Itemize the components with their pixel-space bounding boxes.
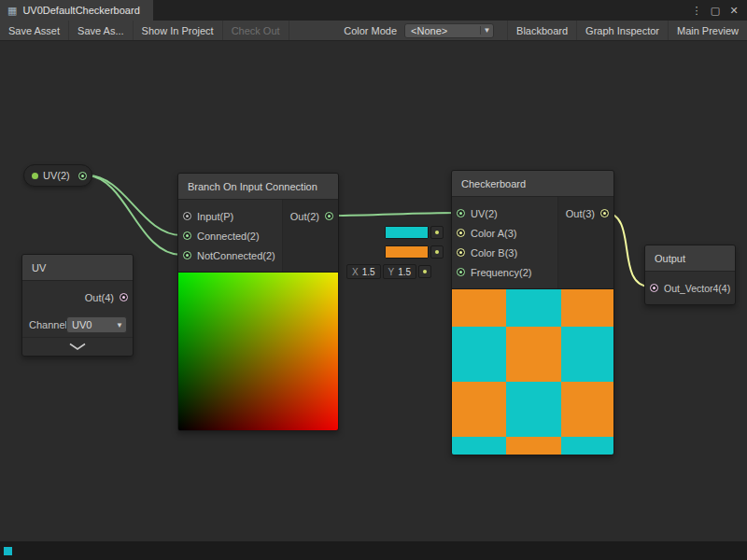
port-row-uv-out: Out(4) <box>22 287 133 307</box>
save-asset-button[interactable]: Save Asset <box>0 21 69 40</box>
color-b-port[interactable] <box>457 248 465 257</box>
port-row-color-b: Color B(3) <box>452 243 557 262</box>
color-b-widget <box>385 245 444 259</box>
status-square-icon <box>4 547 12 555</box>
uv-pill-label: UV(2) <box>43 170 74 181</box>
branch-output-ports: Out(2) <box>282 200 338 272</box>
node-branch-on-input-connection[interactable]: Branch On Input Connection Input(P) Conn… <box>177 173 339 431</box>
frequency-port[interactable] <box>457 268 465 276</box>
checkerboard-output-ports: Out(3) <box>557 197 613 288</box>
node-checkerboard[interactable]: Checkerboard UV(2) Color A(3) Color B(3) <box>451 170 614 455</box>
frequency-x-field[interactable]: X 1.5 <box>346 264 381 279</box>
checker-out-port[interactable] <box>600 209 609 217</box>
uv-pill-out-port[interactable] <box>78 172 87 180</box>
graph-inspector-toggle-button[interactable]: Graph Inspector <box>576 21 668 40</box>
show-in-project-button[interactable]: Show In Project <box>134 21 223 40</box>
pill-indicator-dot <box>32 173 38 179</box>
port-row-checker-uv: UV(2) <box>452 203 557 223</box>
channel-dropdown[interactable]: UV0 ▼ <box>66 316 127 333</box>
frequency-label: Frequency(2) <box>471 267 531 278</box>
checkerboard-input-ports: UV(2) Color A(3) Color B(3) Frequency(2) <box>452 197 557 288</box>
input-p-label: Input(P) <box>197 211 233 222</box>
branch-input-ports: Input(P) Connected(2) NotConnected(2) <box>178 200 282 272</box>
frequency-widget-dot <box>418 265 431 278</box>
color-a-swatch[interactable] <box>385 226 429 239</box>
frequency-y-label: Y <box>388 267 395 277</box>
toolbar-right-group: Blackboard Graph Inspector Main Preview <box>507 21 747 40</box>
save-as-button[interactable]: Save As... <box>69 21 134 40</box>
color-a-widget <box>385 226 444 239</box>
node-uv[interactable]: UV Out(4) Channel UV0 ▼ <box>21 254 134 357</box>
port-row-connected: Connected(2) <box>178 226 282 245</box>
checker-uv-port[interactable] <box>457 209 465 217</box>
shader-graph-asset-icon: ▦ <box>7 5 17 17</box>
branch-out-label: Out(2) <box>290 211 319 222</box>
frequency-x-value: 1.5 <box>362 267 375 277</box>
checkerboard-node-title: Checkerboard <box>452 171 613 197</box>
blackboard-toggle-button[interactable]: Blackboard <box>507 21 576 40</box>
color-a-label: Color A(3) <box>471 228 517 239</box>
notconnected-label: NotConnected(2) <box>197 250 275 261</box>
chevron-down-icon: ▼ <box>480 26 493 35</box>
output-node-title: Output <box>645 245 735 272</box>
main-preview-toggle-button[interactable]: Main Preview <box>668 21 747 40</box>
edge-branchout-to-checkeruv[interactable] <box>331 213 457 216</box>
check-out-button: Check Out <box>223 21 289 40</box>
kebab-menu-icon[interactable]: ⋮ <box>689 5 704 17</box>
node-uv-pill[interactable]: UV(2) <box>23 164 92 187</box>
frequency-x-label: X <box>352 267 359 277</box>
uv-out-port[interactable] <box>120 293 128 301</box>
node-output[interactable]: Output Out_Vector4(4) <box>644 245 736 305</box>
checker-out-label: Out(3) <box>566 208 595 219</box>
maximize-icon[interactable]: ▢ <box>708 5 723 17</box>
branch-node-preview <box>178 272 338 430</box>
status-bar <box>0 541 747 560</box>
frequency-y-field[interactable]: Y 1.5 <box>383 264 417 279</box>
port-row-frequency: Frequency(2) <box>452 262 557 282</box>
tab-title: UV0DefaultCheckerboard <box>22 5 139 16</box>
tab-uv0defaultcheckerboard[interactable]: ▦ UV0DefaultCheckerboard <box>0 0 153 21</box>
out-vector4-port[interactable] <box>650 284 658 292</box>
close-icon[interactable]: ✕ <box>726 5 741 17</box>
graph-toolbar: Save Asset Save As... Show In Project Ch… <box>0 21 747 41</box>
channel-label: Channel <box>29 319 66 330</box>
uv-out-label: Out(4) <box>85 292 114 303</box>
edge-uvpill-to-notconnected[interactable] <box>88 175 181 255</box>
frequency-widget: X 1.5 Y 1.5 <box>346 264 431 279</box>
edge-uvpill-to-connected[interactable] <box>88 175 181 235</box>
port-row-out-vector4: Out_Vector4(4) <box>645 278 735 298</box>
color-mode-value: <None> <box>405 25 480 36</box>
branch-node-title: Branch On Input Connection <box>178 174 338 200</box>
color-b-widget-dot <box>430 245 444 259</box>
out-vector4-label: Out_Vector4(4) <box>664 283 730 294</box>
port-row-notconnected: NotConnected(2) <box>178 245 282 265</box>
graph-canvas[interactable]: UV(2) Branch On Input Connection Input(P… <box>0 41 747 541</box>
port-row-input-p: Input(P) <box>178 206 282 226</box>
color-b-label: Color B(3) <box>471 247 517 259</box>
uv-node-title: UV <box>22 255 133 281</box>
input-p-port[interactable] <box>183 212 191 220</box>
connected-label: Connected(2) <box>197 231 260 242</box>
color-a-widget-dot <box>430 226 444 239</box>
notconnected-port[interactable] <box>183 251 191 259</box>
color-mode-label: Color Mode <box>336 25 404 36</box>
port-row-branch-out: Out(2) <box>283 206 338 226</box>
checkerboard-node-preview <box>452 288 613 455</box>
color-b-swatch[interactable] <box>385 245 429 259</box>
channel-value: UV0 <box>67 319 113 330</box>
checker-uv-label: UV(2) <box>471 208 498 219</box>
connected-port[interactable] <box>183 231 191 240</box>
expand-preview-button[interactable] <box>22 337 133 356</box>
channel-control: Channel UV0 ▼ <box>29 316 127 333</box>
tab-bar: ▦ UV0DefaultCheckerboard ⋮ ▢ ✕ <box>0 0 747 21</box>
port-row-color-a: Color A(3) <box>452 223 557 243</box>
chevron-down-icon: ▼ <box>113 321 126 329</box>
shader-graph-window: ▦ UV0DefaultCheckerboard ⋮ ▢ ✕ Save Asse… <box>0 0 747 560</box>
branch-out-port[interactable] <box>325 212 333 220</box>
color-mode-dropdown[interactable]: <None> ▼ <box>404 23 494 38</box>
port-row-checker-out: Out(3) <box>558 203 613 223</box>
frequency-y-value: 1.5 <box>398 267 411 277</box>
window-controls: ⋮ ▢ ✕ <box>689 0 747 21</box>
color-a-port[interactable] <box>457 229 465 237</box>
expand-preview-chevron-icon <box>68 343 87 351</box>
